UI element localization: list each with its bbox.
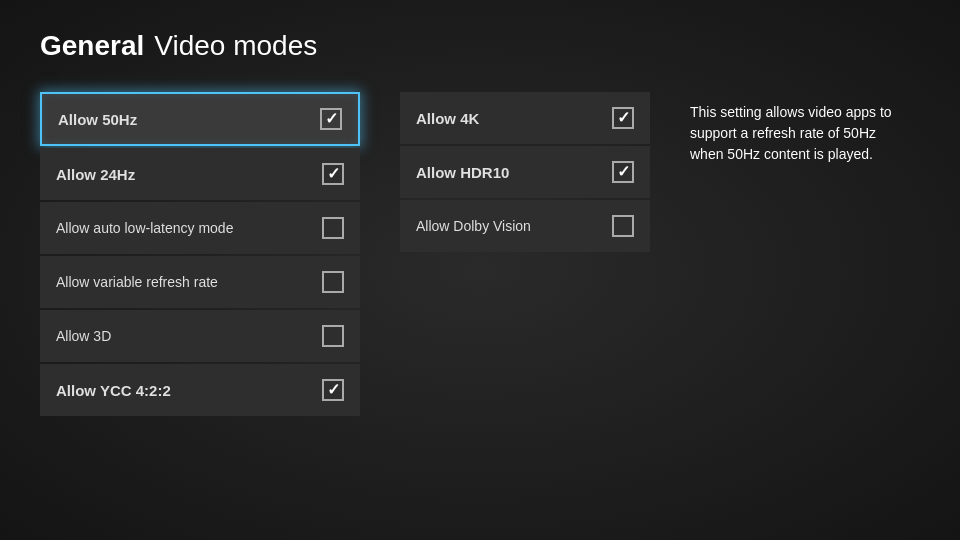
checkbox-allow-24hz[interactable] [322,163,344,185]
setting-item-allow-4k[interactable]: Allow 4K [400,92,650,144]
setting-label-allow-variable-refresh-rate: Allow variable refresh rate [56,274,218,290]
checkbox-allow-3d[interactable] [322,325,344,347]
setting-label-allow-24hz: Allow 24Hz [56,166,135,183]
setting-label-allow-ycc: Allow YCC 4:2:2 [56,382,171,399]
content-area: Allow 50HzAllow 24HzAllow auto low-laten… [40,92,920,416]
checkbox-allow-4k[interactable] [612,107,634,129]
setting-item-allow-50hz[interactable]: Allow 50Hz [40,92,360,146]
setting-item-allow-3d[interactable]: Allow 3D [40,310,360,362]
checkbox-allow-ycc[interactable] [322,379,344,401]
setting-label-allow-50hz: Allow 50Hz [58,111,137,128]
setting-label-allow-4k: Allow 4K [416,110,479,127]
left-column: Allow 50HzAllow 24HzAllow auto low-laten… [40,92,360,416]
setting-label-allow-auto-low-latency: Allow auto low-latency mode [56,220,233,236]
middle-column: Allow 4KAllow HDR10Allow Dolby Vision [400,92,650,416]
setting-label-allow-dolby-vision: Allow Dolby Vision [416,218,531,234]
right-column: This setting allows video apps to suppor… [650,92,920,416]
checkbox-allow-dolby-vision[interactable] [612,215,634,237]
page-header: General Video modes [40,30,920,62]
setting-item-allow-24hz[interactable]: Allow 24Hz [40,148,360,200]
checkbox-allow-hdr10[interactable] [612,161,634,183]
header-section: Video modes [154,30,317,62]
setting-item-allow-auto-low-latency[interactable]: Allow auto low-latency mode [40,202,360,254]
setting-item-allow-variable-refresh-rate[interactable]: Allow variable refresh rate [40,256,360,308]
checkbox-allow-auto-low-latency[interactable] [322,217,344,239]
setting-item-allow-hdr10[interactable]: Allow HDR10 [400,146,650,198]
setting-label-allow-3d: Allow 3D [56,328,111,344]
setting-description: This setting allows video apps to suppor… [690,102,910,165]
setting-label-allow-hdr10: Allow HDR10 [416,164,509,181]
checkbox-allow-variable-refresh-rate[interactable] [322,271,344,293]
setting-item-allow-dolby-vision[interactable]: Allow Dolby Vision [400,200,650,252]
header-general: General [40,30,144,62]
settings-page: General Video modes Allow 50HzAllow 24Hz… [0,0,960,540]
setting-item-allow-ycc[interactable]: Allow YCC 4:2:2 [40,364,360,416]
checkbox-allow-50hz[interactable] [320,108,342,130]
